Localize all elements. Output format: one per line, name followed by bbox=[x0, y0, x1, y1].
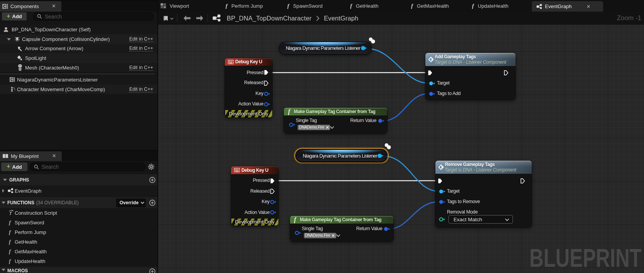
svg-text:f: f bbox=[10, 210, 12, 216]
